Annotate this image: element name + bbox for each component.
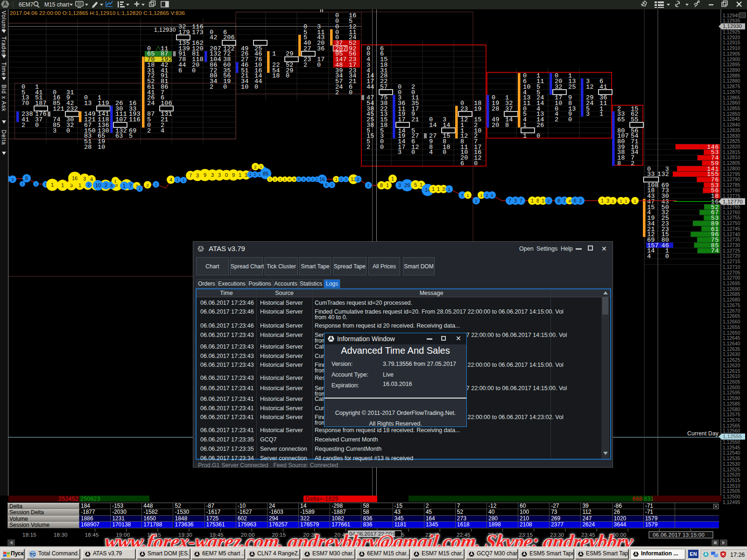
svg-text:668: 668	[633, 496, 642, 502]
svg-text:3: 3	[586, 111, 590, 118]
svg-text:1,12635: 1,12635	[723, 347, 740, 352]
svg-text:Delta: Delta	[0, 130, 7, 145]
svg-text:1,12610: 1,12610	[723, 374, 740, 379]
svg-text:3: 3	[345, 177, 347, 182]
svg-text:1,12815: 1,12815	[723, 150, 740, 155]
svg-text:3: 3	[606, 198, 609, 203]
svg-text:1,12695: 1,12695	[723, 281, 740, 286]
svg-text:121: 121	[53, 105, 64, 112]
svg-text:1,12795: 1,12795	[723, 172, 740, 177]
svg-text:8: 8	[557, 198, 560, 203]
svg-text:1: 1	[542, 198, 544, 203]
svg-text:3: 3	[211, 172, 214, 178]
svg-text:1: 1	[634, 198, 636, 203]
svg-text:2: 2	[139, 186, 141, 191]
svg-text:1,12580: 1,12580	[723, 407, 740, 412]
svg-text:1: 1	[340, 177, 343, 182]
svg-text:10: 10	[98, 144, 106, 151]
svg-text:1,12645: 1,12645	[723, 336, 740, 341]
svg-text:36: 36	[317, 45, 325, 52]
svg-text:0: 0	[536, 133, 540, 140]
svg-text:1,12625: 1,12625	[723, 357, 740, 363]
svg-text:1,12675: 1,12675	[723, 303, 740, 308]
svg-text:1,12585: 1,12585	[723, 401, 740, 406]
svg-text:1,12935: 1,12935	[723, 18, 740, 23]
svg-text:1,12680: 1,12680	[723, 297, 740, 302]
svg-text:85: 85	[263, 171, 268, 176]
svg-text:26: 26	[536, 122, 544, 129]
svg-text:5: 5	[298, 177, 300, 182]
svg-text:1,12895: 1,12895	[723, 62, 740, 67]
svg-text:3: 3	[11, 177, 14, 182]
svg-text:7: 7	[461, 193, 463, 198]
svg-text:1: 1	[249, 172, 252, 177]
svg-text:0: 0	[192, 67, 196, 74]
svg-text:1: 1	[61, 182, 64, 188]
svg-text:3: 3	[308, 177, 310, 182]
svg-text:1,12850: 1,12850	[723, 112, 740, 117]
svg-text:1: 1	[480, 193, 482, 198]
svg-text:6EM7: 6EM7	[19, 1, 34, 8]
svg-text:13: 13	[84, 100, 92, 107]
svg-text:65: 65	[617, 116, 625, 123]
svg-text:7: 7	[520, 198, 522, 203]
svg-text:1,12685: 1,12685	[723, 292, 740, 297]
svg-text:1,12545: 1,12545	[723, 445, 740, 450]
svg-text:1: 1	[331, 182, 333, 187]
svg-text:1,12915: 1,12915	[723, 40, 740, 45]
svg-text:1,12830: 1,12830	[723, 133, 740, 139]
svg-text:1,12575: 1,12575	[723, 412, 740, 417]
svg-text:3: 3	[579, 198, 582, 203]
svg-text:2: 2	[105, 182, 107, 188]
svg-text:1,12690: 1,12690	[723, 287, 740, 292]
svg-text:2: 2	[254, 164, 256, 169]
svg-text:1,12520: 1,12520	[723, 472, 740, 477]
svg-text:1,12590: 1,12590	[723, 396, 740, 401]
svg-text:2: 2	[366, 144, 370, 151]
svg-text:Bid x Ask: Bid x Ask	[0, 84, 7, 112]
svg-text:10: 10	[241, 84, 249, 91]
svg-text:7: 7	[129, 183, 132, 189]
svg-text:3: 3	[398, 182, 401, 188]
svg-text:1: 1	[239, 172, 241, 178]
svg-text:74: 74	[711, 247, 719, 254]
svg-text:16: 16	[72, 175, 78, 181]
svg-text:1,12840: 1,12840	[723, 122, 740, 127]
svg-text:1,12780: 1,12780	[723, 188, 740, 193]
svg-text:250623: 250623	[80, 496, 100, 502]
svg-text:4: 4	[90, 176, 93, 182]
svg-text:1,12735: 1,12735	[723, 237, 740, 242]
svg-text:1,12500: 1,12500	[723, 494, 740, 499]
svg-text:0: 0	[66, 127, 70, 134]
svg-text:1: 1	[601, 198, 604, 203]
svg-text:2: 2	[486, 193, 488, 198]
svg-text:42: 42	[210, 34, 218, 41]
svg-text:1,12570: 1,12570	[723, 418, 740, 423]
svg-text:1,12670: 1,12670	[723, 308, 740, 314]
svg-text:1,12865: 1,12865	[723, 95, 740, 100]
svg-text:Trades: Trades	[0, 36, 7, 56]
svg-text:7: 7	[508, 198, 511, 203]
svg-text:3: 3	[196, 173, 199, 178]
svg-text:1,12835: 1,12835	[723, 128, 740, 133]
svg-text:Delta=-1829: Delta=-1829	[305, 496, 338, 502]
svg-text:1,12900: 1,12900	[723, 57, 740, 62]
svg-text:2: 2	[210, 84, 213, 91]
svg-text:6: 6	[178, 67, 182, 74]
svg-text:6: 6	[460, 160, 464, 167]
svg-text:1,12730: 1,12730	[723, 243, 740, 248]
svg-text:8: 8	[617, 160, 621, 167]
svg-text:132: 132	[657, 171, 669, 178]
svg-text:1: 1	[466, 193, 469, 198]
svg-text:157: 157	[647, 242, 659, 249]
svg-text:18:30: 18:30	[54, 532, 68, 538]
svg-text:3: 3	[398, 149, 402, 156]
svg-text:2: 2	[367, 183, 369, 188]
svg-text:8: 8	[380, 182, 383, 188]
svg-text:1,12890: 1,12890	[723, 68, 740, 73]
svg-text:1,12700: 1,12700	[723, 275, 740, 280]
svg-text:1,12665: 1,12665	[723, 314, 740, 319]
svg-text:1: 1	[51, 182, 54, 188]
svg-text:1,12510: 1,12510	[723, 483, 740, 489]
svg-text:16: 16	[319, 176, 325, 182]
